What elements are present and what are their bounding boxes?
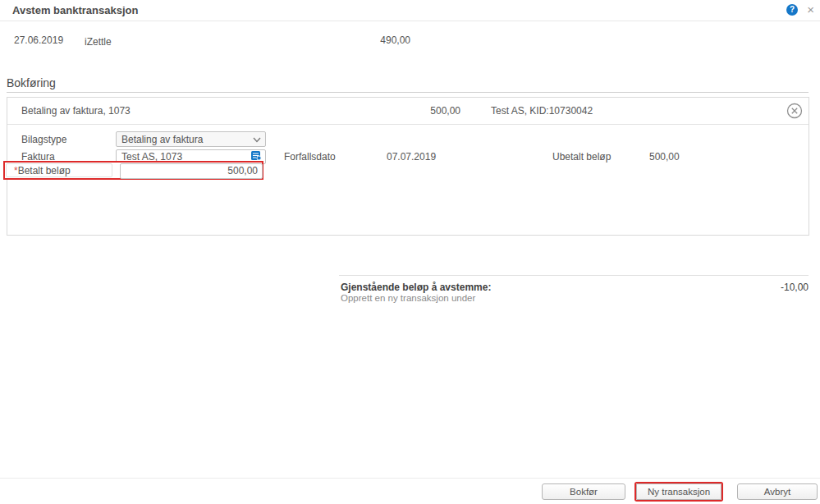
betalt-belop-label: Betalt beløp xyxy=(18,165,71,176)
dialog-title: Avstem banktransaksjon xyxy=(12,4,138,16)
booking-entry-panel: Betaling av faktura, 1073 500,00 Test AS… xyxy=(7,97,809,236)
remaining-amount-value: -10,00 xyxy=(726,282,809,293)
betalt-belop-label-box: *Betalt beløp xyxy=(6,163,112,177)
ny-transaksjon-button[interactable]: Ny transaksjon xyxy=(636,483,722,500)
bilagstype-selected-value: Betaling av faktura xyxy=(121,134,203,145)
betalt-belop-input[interactable] xyxy=(120,163,263,179)
bilagstype-select[interactable]: Betaling av faktura xyxy=(116,131,266,147)
reconcile-bank-transaction-dialog: Avstem banktransaksjon ? × 27.06.2019 iZ… xyxy=(0,0,820,504)
transaction-description: iZettle xyxy=(85,36,112,48)
footer-divider xyxy=(0,478,820,479)
dialog-header: Avstem banktransaksjon ? × xyxy=(0,0,820,21)
ubetalt-belop-label: Ubetalt beløp xyxy=(552,151,611,163)
chevron-down-icon xyxy=(253,137,261,143)
betalt-belop-field-wrap xyxy=(120,163,263,178)
betalt-belop-row-highlight: *Betalt beløp xyxy=(3,161,263,180)
entry-header: Betaling av faktura, 1073 500,00 Test AS… xyxy=(7,98,809,125)
bokforing-section-title: Bokføring xyxy=(7,76,56,89)
entry-amount: 500,00 xyxy=(410,105,460,117)
close-icon[interactable]: × xyxy=(807,2,814,17)
transaction-date: 27.06.2019 xyxy=(14,34,63,46)
remove-entry-icon[interactable] xyxy=(786,103,803,119)
entry-title: Betaling av faktura, 1073 xyxy=(21,105,131,117)
summary-divider xyxy=(339,275,809,276)
forfallsdato-label: Forfallsdato xyxy=(284,151,336,163)
avbryt-button[interactable]: Avbryt xyxy=(737,483,818,500)
invoice-lookup-icon[interactable] xyxy=(250,150,263,162)
bokfor-button[interactable]: Bokfør xyxy=(542,483,625,500)
remaining-amount-label: Gjenstående beløp å avstemme: xyxy=(341,282,491,293)
section-divider xyxy=(7,92,809,93)
entry-details: Test AS, KID:10730042 xyxy=(491,105,593,117)
transaction-amount: 490,00 xyxy=(353,34,410,46)
bilagstype-label: Bilagstype xyxy=(21,134,66,145)
forfallsdato-value: 07.07.2019 xyxy=(387,151,436,163)
remaining-amount-hint: Opprett en ny transaksjon under xyxy=(341,293,475,303)
ubetalt-belop-value: 500,00 xyxy=(649,151,680,163)
help-icon[interactable]: ? xyxy=(786,4,798,16)
